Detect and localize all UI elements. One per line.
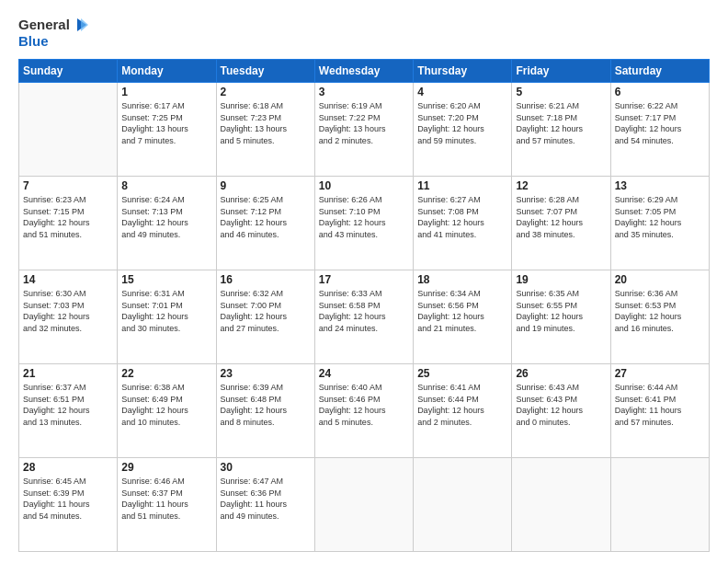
day-info: Sunrise: 6:19 AM Sunset: 7:22 PM Dayligh…: [319, 100, 409, 146]
calendar-cell: 30Sunrise: 6:47 AM Sunset: 6:36 PM Dayli…: [216, 458, 314, 552]
day-info: Sunrise: 6:46 AM Sunset: 6:37 PM Dayligh…: [121, 476, 211, 522]
day-info: Sunrise: 6:17 AM Sunset: 7:25 PM Dayligh…: [121, 100, 211, 146]
day-number: 11: [417, 179, 507, 192]
calendar-cell: 16Sunrise: 6:32 AM Sunset: 7:00 PM Dayli…: [216, 270, 314, 364]
calendar-cell: 28Sunrise: 6:45 AM Sunset: 6:39 PM Dayli…: [19, 458, 118, 552]
week-row-3: 14Sunrise: 6:30 AM Sunset: 7:03 PM Dayli…: [19, 270, 710, 364]
day-number: 14: [23, 273, 113, 286]
calendar-cell: 20Sunrise: 6:36 AM Sunset: 6:53 PM Dayli…: [610, 270, 709, 364]
day-number: 17: [319, 273, 409, 286]
calendar-cell: 18Sunrise: 6:34 AM Sunset: 6:56 PM Dayli…: [414, 270, 512, 364]
calendar-cell: 24Sunrise: 6:40 AM Sunset: 6:46 PM Dayli…: [314, 364, 413, 458]
day-number: 2: [221, 86, 311, 98]
calendar-cell: 8Sunrise: 6:24 AM Sunset: 7:13 PM Daylig…: [118, 177, 216, 270]
calendar-cell: [314, 458, 413, 552]
day-number: 29: [121, 461, 211, 474]
calendar-cell: 11Sunrise: 6:27 AM Sunset: 7:08 PM Dayli…: [414, 177, 512, 270]
calendar-cell: 1Sunrise: 6:17 AM Sunset: 7:25 PM Daylig…: [118, 83, 216, 177]
calendar-cell: 25Sunrise: 6:41 AM Sunset: 6:44 PM Dayli…: [414, 364, 512, 458]
calendar-cell: 15Sunrise: 6:31 AM Sunset: 7:01 PM Dayli…: [118, 270, 216, 364]
calendar-cell: 17Sunrise: 6:33 AM Sunset: 6:58 PM Dayli…: [314, 270, 413, 364]
logo-blue: Blue: [18, 33, 88, 50]
day-number: 19: [516, 273, 606, 286]
day-number: 8: [121, 179, 211, 192]
day-number: 7: [23, 179, 113, 192]
logo-arrow-icon: [72, 17, 88, 33]
header-thursday: Thursday: [414, 60, 512, 83]
day-number: 30: [221, 461, 311, 474]
calendar-cell: 3Sunrise: 6:19 AM Sunset: 7:22 PM Daylig…: [314, 83, 413, 177]
page: General Blue SundayMondayTuesdayWednesda…: [0, 0, 728, 563]
day-info: Sunrise: 6:23 AM Sunset: 7:15 PM Dayligh…: [23, 194, 113, 240]
day-number: 25: [417, 367, 507, 380]
logo-general: General: [18, 17, 70, 33]
day-number: 10: [319, 179, 409, 192]
calendar-cell: 29Sunrise: 6:46 AM Sunset: 6:37 PM Dayli…: [118, 458, 216, 552]
day-info: Sunrise: 6:35 AM Sunset: 6:55 PM Dayligh…: [516, 288, 606, 334]
calendar-cell: 5Sunrise: 6:21 AM Sunset: 7:18 PM Daylig…: [512, 83, 610, 177]
calendar-cell: 2Sunrise: 6:18 AM Sunset: 7:23 PM Daylig…: [216, 83, 314, 177]
calendar-table: SundayMondayTuesdayWednesdayThursdayFrid…: [18, 59, 710, 552]
calendar-cell: 19Sunrise: 6:35 AM Sunset: 6:55 PM Dayli…: [512, 270, 610, 364]
day-info: Sunrise: 6:24 AM Sunset: 7:13 PM Dayligh…: [121, 194, 211, 240]
day-info: Sunrise: 6:37 AM Sunset: 6:51 PM Dayligh…: [23, 382, 113, 428]
day-info: Sunrise: 6:25 AM Sunset: 7:12 PM Dayligh…: [221, 194, 311, 240]
calendar-cell: [610, 458, 709, 552]
day-info: Sunrise: 6:28 AM Sunset: 7:07 PM Dayligh…: [516, 194, 606, 240]
day-info: Sunrise: 6:31 AM Sunset: 7:01 PM Dayligh…: [121, 288, 211, 334]
day-info: Sunrise: 6:29 AM Sunset: 7:05 PM Dayligh…: [615, 194, 705, 240]
calendar-cell: [512, 458, 610, 552]
day-number: 26: [516, 367, 606, 380]
calendar-cell: 7Sunrise: 6:23 AM Sunset: 7:15 PM Daylig…: [19, 177, 118, 270]
day-info: Sunrise: 6:40 AM Sunset: 6:46 PM Dayligh…: [319, 382, 409, 428]
day-number: 18: [417, 273, 507, 286]
day-number: 6: [615, 86, 705, 98]
day-info: Sunrise: 6:36 AM Sunset: 6:53 PM Dayligh…: [615, 288, 705, 334]
calendar-cell: 12Sunrise: 6:28 AM Sunset: 7:07 PM Dayli…: [512, 177, 610, 270]
day-number: 21: [23, 367, 113, 380]
calendar-cell: 4Sunrise: 6:20 AM Sunset: 7:20 PM Daylig…: [414, 83, 512, 177]
calendar-cell: 26Sunrise: 6:43 AM Sunset: 6:43 PM Dayli…: [512, 364, 610, 458]
day-number: 15: [121, 273, 211, 286]
day-info: Sunrise: 6:21 AM Sunset: 7:18 PM Dayligh…: [516, 100, 606, 146]
calendar-cell: 22Sunrise: 6:38 AM Sunset: 6:49 PM Dayli…: [118, 364, 216, 458]
calendar-cell: [414, 458, 512, 552]
day-info: Sunrise: 6:39 AM Sunset: 6:48 PM Dayligh…: [221, 382, 311, 428]
header-friday: Friday: [512, 60, 610, 83]
day-number: 5: [516, 86, 606, 98]
calendar-cell: 14Sunrise: 6:30 AM Sunset: 7:03 PM Dayli…: [19, 270, 118, 364]
day-number: 27: [615, 367, 705, 380]
day-info: Sunrise: 6:27 AM Sunset: 7:08 PM Dayligh…: [417, 194, 507, 240]
day-number: 4: [417, 86, 507, 98]
day-info: Sunrise: 6:22 AM Sunset: 7:17 PM Dayligh…: [615, 100, 705, 146]
svg-marker-1: [81, 18, 88, 31]
day-number: 12: [516, 179, 606, 192]
day-info: Sunrise: 6:47 AM Sunset: 6:36 PM Dayligh…: [221, 476, 311, 522]
header-sunday: Sunday: [19, 60, 118, 83]
calendar-cell: 9Sunrise: 6:25 AM Sunset: 7:12 PM Daylig…: [216, 177, 314, 270]
calendar-cell: 6Sunrise: 6:22 AM Sunset: 7:17 PM Daylig…: [610, 83, 709, 177]
day-info: Sunrise: 6:32 AM Sunset: 7:00 PM Dayligh…: [221, 288, 311, 334]
calendar-cell: 13Sunrise: 6:29 AM Sunset: 7:05 PM Dayli…: [610, 177, 709, 270]
day-number: 20: [615, 273, 705, 286]
header-saturday: Saturday: [610, 60, 709, 83]
day-info: Sunrise: 6:38 AM Sunset: 6:49 PM Dayligh…: [121, 382, 211, 428]
day-number: 13: [615, 179, 705, 192]
day-info: Sunrise: 6:41 AM Sunset: 6:44 PM Dayligh…: [417, 382, 507, 428]
day-number: 9: [221, 179, 311, 192]
week-row-1: 1Sunrise: 6:17 AM Sunset: 7:25 PM Daylig…: [19, 83, 710, 177]
day-info: Sunrise: 6:44 AM Sunset: 6:41 PM Dayligh…: [615, 382, 705, 428]
header: General Blue: [18, 17, 710, 50]
day-number: 24: [319, 367, 409, 380]
day-number: 28: [23, 461, 113, 474]
day-number: 22: [121, 367, 211, 380]
calendar-cell: 21Sunrise: 6:37 AM Sunset: 6:51 PM Dayli…: [19, 364, 118, 458]
header-monday: Monday: [118, 60, 216, 83]
calendar-cell: 27Sunrise: 6:44 AM Sunset: 6:41 PM Dayli…: [610, 364, 709, 458]
day-number: 3: [319, 86, 409, 98]
week-row-2: 7Sunrise: 6:23 AM Sunset: 7:15 PM Daylig…: [19, 177, 710, 270]
week-row-5: 28Sunrise: 6:45 AM Sunset: 6:39 PM Dayli…: [19, 458, 710, 552]
week-row-4: 21Sunrise: 6:37 AM Sunset: 6:51 PM Dayli…: [19, 364, 710, 458]
day-info: Sunrise: 6:33 AM Sunset: 6:58 PM Dayligh…: [319, 288, 409, 334]
header-tuesday: Tuesday: [216, 60, 314, 83]
